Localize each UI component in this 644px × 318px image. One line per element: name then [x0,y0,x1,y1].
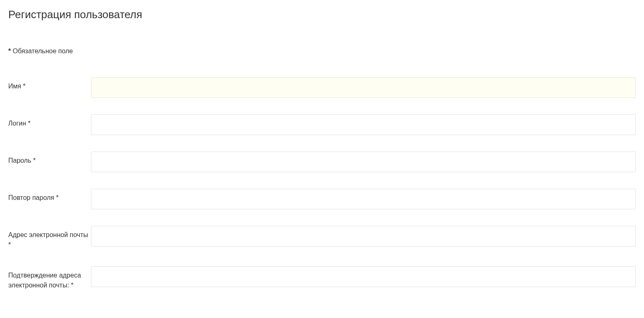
name-input[interactable] [91,77,636,98]
email-confirm-label: Подтверждение адреса электронной почты: … [8,266,91,290]
name-label: Имя * [8,77,91,91]
login-input[interactable] [91,114,636,135]
password-label: Пароль * [8,152,91,166]
password-input[interactable] [91,152,636,172]
password-confirm-label: Повтор пароля * [8,189,91,203]
email-label: Адрес электронной почты * [8,226,91,250]
page-title: Регистрация пользователя [8,8,636,21]
email-confirm-input[interactable] [91,266,636,287]
login-label: Логин * [8,114,91,128]
required-text: Обязательное поле [11,47,73,55]
password-confirm-input[interactable] [91,189,636,209]
required-field-note: * Обязательное поле [8,46,79,57]
email-input[interactable] [91,226,636,247]
